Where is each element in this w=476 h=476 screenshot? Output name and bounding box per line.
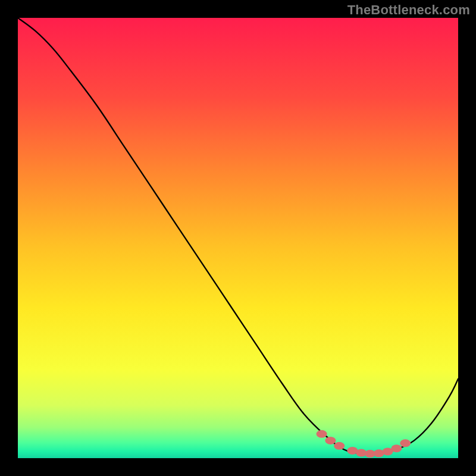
watermark-text: TheBottleneck.com xyxy=(347,2,470,18)
chart-background xyxy=(18,18,458,458)
highlight-dot xyxy=(391,444,402,452)
highlight-dot xyxy=(334,442,345,450)
highlight-dot xyxy=(325,437,336,444)
chart-svg xyxy=(18,18,458,458)
chart-frame: TheBottleneck.com xyxy=(0,0,476,476)
chart-plot xyxy=(18,18,458,458)
highlight-dot xyxy=(317,430,327,438)
highlight-dot xyxy=(400,439,411,447)
